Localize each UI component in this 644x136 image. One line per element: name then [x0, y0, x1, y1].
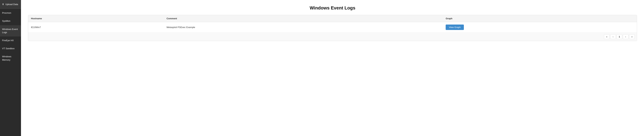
cell-graph: View Graph	[443, 22, 637, 33]
col-header-graph: Graph	[443, 15, 637, 22]
sidebar-item-label: SysMon	[2, 20, 10, 23]
table-body: IE10Win7Metasploit PSExec ExampleView Gr…	[28, 22, 637, 33]
sidebar-item-upload-data[interactable]: ⬆Upload Data	[0, 0, 21, 9]
sidebar-item-windows-memory[interactable]: Windows Memory	[0, 53, 21, 64]
pagination-first[interactable]: «	[604, 34, 610, 39]
table-header-row: HostnameCommentGraph	[28, 15, 637, 22]
sidebar-item-vt-sandbox[interactable]: VT Sandbox	[0, 45, 21, 53]
page-title: Windows Event Logs	[28, 5, 637, 11]
view-graph-button[interactable]: View Graph	[446, 25, 464, 30]
data-table: HostnameCommentGraph IE10Win7Metasploit …	[28, 15, 637, 41]
pagination-last[interactable]: »	[629, 34, 635, 39]
sidebar-item-fireeye-hx[interactable]: FireEye HX	[0, 37, 21, 45]
pagination-current[interactable]: 1	[616, 34, 622, 39]
col-header-comment: Comment	[164, 15, 443, 22]
table-row: IE10Win7Metasploit PSExec ExampleView Gr…	[28, 22, 637, 33]
sidebar-item-label: Windows Event Logs	[2, 28, 19, 34]
main-content: Windows Event Logs HostnameCommentGraph …	[21, 0, 644, 136]
upload-icon: ⬆	[2, 3, 4, 6]
pagination: « ‹ 1 › »	[30, 34, 635, 39]
sidebar-item-label: Procmon	[2, 11, 11, 15]
col-header-hostname: Hostname	[28, 15, 164, 22]
sidebar-item-label: Upload Data	[6, 3, 18, 6]
sidebar-item-label: FireEye HX	[2, 39, 14, 42]
pagination-next[interactable]: ›	[623, 34, 628, 39]
sidebar-item-windows-event-logs[interactable]: Windows Event Logs	[0, 25, 21, 37]
sidebar-item-label: Windows Memory	[2, 55, 19, 61]
pagination-cell: « ‹ 1 › »	[28, 33, 637, 41]
sidebar-item-procmon[interactable]: Procmon	[0, 9, 21, 17]
sidebar-item-sysmon[interactable]: SysMon	[0, 17, 21, 25]
pagination-row: « ‹ 1 › »	[28, 33, 637, 41]
cell-hostname: IE10Win7	[28, 22, 164, 33]
sidebar: ⬆Upload DataProcmonSysMonWindows Event L…	[0, 0, 21, 136]
pagination-prev[interactable]: ‹	[610, 34, 616, 39]
cell-comment: Metasploit PSExec Example	[164, 22, 443, 33]
table-container: HostnameCommentGraph IE10Win7Metasploit …	[28, 15, 637, 41]
sidebar-item-label: VT Sandbox	[2, 47, 14, 50]
